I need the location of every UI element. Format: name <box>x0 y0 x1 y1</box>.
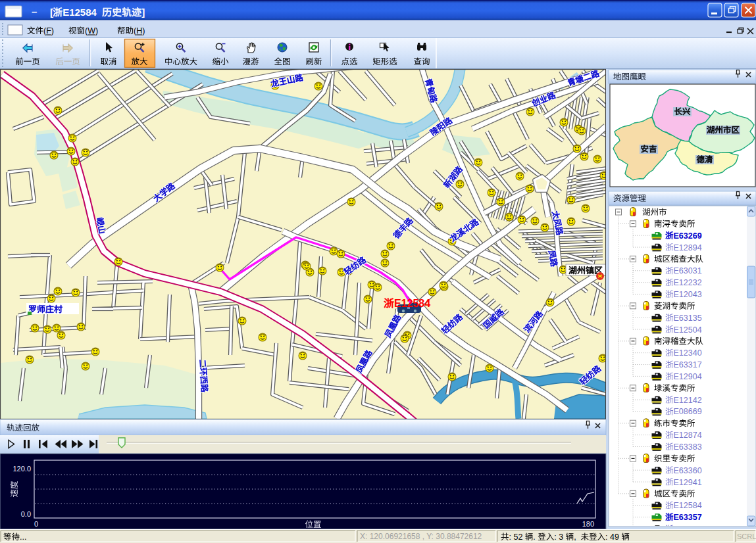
svg-text:E63317: E63317 <box>674 360 702 369</box>
svg-text:E08669: E08669 <box>674 407 702 416</box>
svg-text:E12232: E12232 <box>674 278 702 287</box>
svg-text:E12941: E12941 <box>674 478 702 487</box>
svg-text:[: [ <box>50 7 53 18</box>
svg-text:E12504: E12504 <box>674 325 702 335</box>
svg-text:: 3: : 3 <box>554 532 563 542</box>
svg-text:,: , <box>574 532 576 542</box>
svg-text:(F): (F) <box>43 26 54 35</box>
svg-text:120.0: 120.0 <box>13 465 31 473</box>
svg-text:E63269: E63269 <box>674 231 702 241</box>
svg-text:0: 0 <box>34 520 38 528</box>
svg-text:E12894: E12894 <box>674 243 702 252</box>
svg-text:X: 120.06921658 , Y: 30.884726: X: 120.06921658 , Y: 30.88472612 <box>360 532 482 541</box>
svg-text:180: 180 <box>582 520 594 528</box>
svg-text:E63360: E63360 <box>674 466 702 475</box>
svg-text:E63357: E63357 <box>674 513 702 522</box>
svg-text:E12584: E12584 <box>394 298 430 309</box>
svg-text:: 49: : 49 <box>605 532 619 542</box>
svg-text:...: ... <box>20 532 26 542</box>
svg-text:0.0: 0.0 <box>21 510 31 518</box>
svg-text:E12340: E12340 <box>674 348 702 358</box>
svg-text:.: . <box>533 532 535 542</box>
svg-text:E12043: E12043 <box>674 290 702 299</box>
svg-text:E63135: E63135 <box>674 314 702 323</box>
svg-text:E12874: E12874 <box>674 431 702 440</box>
svg-text:: 52: : 52 <box>509 532 523 542</box>
svg-text:–: – <box>32 6 37 17</box>
svg-text:E12142: E12142 <box>674 396 702 405</box>
svg-text:(H): (H) <box>134 26 145 35</box>
svg-text:SCRL: SCRL <box>737 532 756 540</box>
svg-text:E63383: E63383 <box>674 442 702 452</box>
svg-text:E63031: E63031 <box>674 266 702 275</box>
svg-text:E12904: E12904 <box>674 372 702 381</box>
svg-text:E12584: E12584 <box>674 501 702 510</box>
svg-text:(W): (W) <box>85 26 98 35</box>
svg-text:]: ] <box>141 7 145 18</box>
svg-text:E12584: E12584 <box>63 7 97 18</box>
